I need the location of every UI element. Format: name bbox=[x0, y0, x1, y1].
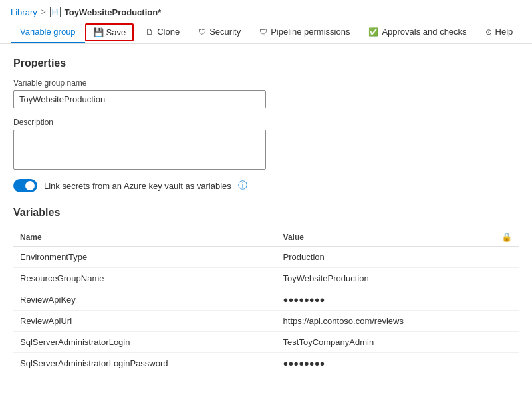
variables-title: Variables bbox=[13, 207, 519, 219]
var-lock bbox=[495, 353, 519, 374]
var-lock bbox=[495, 247, 519, 268]
tab-variable-group[interactable]: Variable group bbox=[11, 21, 85, 43]
pipeline-icon: 🛡 bbox=[259, 27, 267, 37]
save-label: Save bbox=[106, 27, 126, 37]
tab-security[interactable]: 🛡 Security bbox=[189, 21, 250, 43]
tab-help[interactable]: ⊙ Help bbox=[476, 21, 523, 43]
security-label: Security bbox=[209, 27, 241, 37]
variables-section: Variables Name ↑ Value 🔒 EnvironmentType… bbox=[13, 207, 519, 374]
info-icon[interactable]: ⓘ bbox=[238, 180, 247, 192]
toggle-label: Link secrets from an Azure key vault as … bbox=[44, 181, 231, 191]
var-name: ReviewApiUrl bbox=[13, 311, 277, 332]
help-label: Help bbox=[495, 27, 513, 37]
table-row: ReviewApiKey●●●●●●●● bbox=[13, 289, 519, 311]
var-lock bbox=[495, 289, 519, 311]
col-value-header: Value bbox=[277, 228, 495, 247]
description-input[interactable] bbox=[13, 130, 266, 170]
breadcrumb-current: ToyWebsiteProduction* bbox=[65, 7, 161, 17]
page-icon: 📄 bbox=[50, 7, 61, 17]
var-name: ResourceGroupName bbox=[13, 268, 277, 289]
col-name-header: Name ↑ bbox=[13, 228, 277, 247]
clone-label: Clone bbox=[157, 27, 180, 37]
var-lock bbox=[495, 311, 519, 332]
tab-clone[interactable]: 🗋 Clone bbox=[136, 21, 189, 43]
variables-table: Name ↑ Value 🔒 EnvironmentTypeProduction… bbox=[13, 228, 519, 374]
properties-title: Properties bbox=[13, 57, 519, 69]
save-button[interactable]: 💾 Save bbox=[85, 23, 134, 41]
var-value: ToyWebsiteProduction bbox=[277, 268, 495, 289]
clone-icon: 🗋 bbox=[146, 27, 154, 37]
tab-variable-group-label: Variable group bbox=[20, 27, 76, 37]
table-row: ResourceGroupNameToyWebsiteProduction bbox=[13, 268, 519, 289]
var-lock bbox=[495, 332, 519, 353]
properties-section: Properties Variable group name Descripti… bbox=[13, 57, 519, 192]
toggle-row: Link secrets from an Azure key vault as … bbox=[13, 179, 519, 192]
approvals-icon: ✅ bbox=[368, 27, 378, 37]
var-value: ●●●●●●●● bbox=[277, 289, 495, 311]
tab-pipeline-permissions[interactable]: 🛡 Pipeline permissions bbox=[250, 21, 359, 43]
save-icon: 💾 bbox=[93, 27, 104, 37]
table-row: ReviewApiUrlhttps://api.contoso.com/revi… bbox=[13, 311, 519, 332]
pipeline-label: Pipeline permissions bbox=[271, 27, 350, 37]
var-lock bbox=[495, 268, 519, 289]
tab-approvals-checks[interactable]: ✅ Approvals and checks bbox=[359, 21, 475, 43]
var-value: https://api.contoso.com/reviews bbox=[277, 311, 495, 332]
lock-header-icon: 🔒 bbox=[501, 232, 512, 242]
var-name: ReviewApiKey bbox=[13, 289, 277, 311]
toggle-track bbox=[13, 179, 37, 192]
var-value: TestToyCompanyAdmin bbox=[277, 332, 495, 353]
breadcrumb-sep1: > bbox=[41, 7, 46, 17]
table-row: EnvironmentTypeProduction bbox=[13, 247, 519, 268]
breadcrumb: Library > 📄 ToyWebsiteProduction* bbox=[0, 0, 532, 21]
var-name: SqlServerAdministratorLoginPassword bbox=[13, 353, 277, 374]
toolbar: Variable group 💾 Save 🗋 Clone 🛡 Security… bbox=[0, 21, 532, 44]
table-row: SqlServerAdministratorLoginPassword●●●●●… bbox=[13, 353, 519, 374]
variable-group-name-input[interactable] bbox=[13, 90, 266, 108]
toggle-thumb bbox=[25, 181, 35, 190]
help-icon: ⊙ bbox=[485, 27, 492, 37]
key-vault-toggle[interactable] bbox=[13, 179, 37, 192]
var-name: SqlServerAdministratorLogin bbox=[13, 332, 277, 353]
col-lock-header: 🔒 bbox=[495, 228, 519, 247]
main-content: Properties Variable group name Descripti… bbox=[0, 44, 532, 388]
variable-group-name-label: Variable group name bbox=[13, 78, 519, 88]
description-label: Description bbox=[13, 118, 519, 127]
approvals-label: Approvals and checks bbox=[382, 27, 466, 37]
var-name: EnvironmentType bbox=[13, 247, 277, 268]
breadcrumb-library[interactable]: Library bbox=[11, 7, 37, 17]
security-icon: 🛡 bbox=[198, 27, 206, 37]
var-value: ●●●●●●●● bbox=[277, 353, 495, 374]
var-value: Production bbox=[277, 247, 495, 268]
col-name-label: Name bbox=[20, 233, 42, 242]
sort-icon: ↑ bbox=[45, 234, 49, 241]
table-row: SqlServerAdministratorLoginTestToyCompan… bbox=[13, 332, 519, 353]
